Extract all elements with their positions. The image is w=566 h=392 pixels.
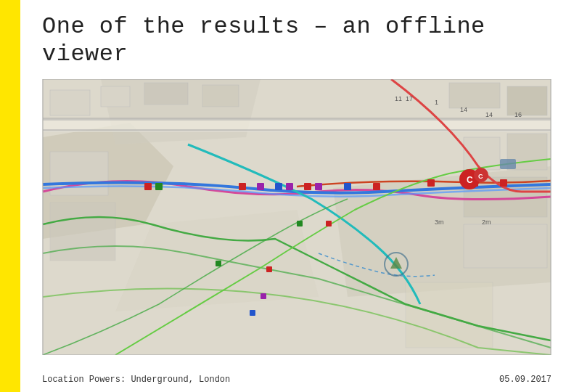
svg-text:1: 1 (435, 99, 438, 106)
svg-rect-31 (326, 221, 332, 226)
map-svg: C C C P 11 17 1 14 14 16 3m 2 (42, 79, 551, 355)
svg-rect-11 (144, 83, 188, 105)
svg-rect-37 (216, 261, 221, 266)
svg-rect-26 (427, 179, 435, 187)
svg-rect-20 (464, 224, 547, 268)
svg-rect-21 (406, 282, 493, 348)
svg-text:11: 11 (395, 95, 402, 102)
svg-text:17: 17 (406, 95, 413, 102)
svg-rect-34 (250, 310, 255, 316)
svg-text:16: 16 (514, 111, 522, 118)
svg-rect-46 (500, 159, 516, 169)
title-line2: viewer (42, 41, 128, 68)
svg-rect-12 (202, 85, 239, 107)
title-line1: One of the results – an offline (42, 13, 485, 40)
svg-rect-16 (50, 203, 115, 261)
svg-rect-41 (261, 293, 266, 299)
yellow-accent-bar (0, 0, 20, 392)
svg-rect-14 (507, 86, 547, 115)
svg-rect-24 (304, 183, 311, 190)
svg-rect-38 (257, 183, 264, 190)
svg-rect-9 (50, 90, 90, 115)
svg-rect-33 (344, 183, 351, 190)
svg-rect-35 (155, 183, 163, 190)
svg-rect-23 (239, 183, 246, 190)
main-content: One of the results – an offline viewer (20, 0, 566, 392)
footer-location: Location Powers: Underground, London (42, 375, 230, 385)
svg-rect-28 (500, 179, 507, 187)
svg-rect-32 (275, 183, 282, 190)
svg-rect-36 (297, 221, 303, 226)
svg-text:C: C (478, 173, 483, 180)
svg-rect-13 (449, 83, 500, 108)
svg-rect-39 (286, 183, 293, 190)
svg-rect-29 (266, 266, 272, 272)
footer-date: 05.09.2017 (499, 375, 551, 385)
svg-rect-22 (144, 183, 152, 190)
svg-text:C: C (467, 175, 473, 185)
svg-text:14: 14 (460, 106, 467, 113)
map-image: C C C P 11 17 1 14 14 16 3m 2 (42, 79, 551, 355)
slide-title: One of the results – an offline viewer (42, 13, 551, 69)
svg-text:14: 14 (485, 111, 493, 118)
svg-text:2m: 2m (482, 219, 491, 226)
footer: Location Powers: Underground, London 05.… (42, 375, 551, 385)
svg-rect-10 (101, 86, 130, 107)
svg-rect-8 (43, 129, 551, 131)
svg-text:3m: 3m (435, 219, 444, 226)
svg-rect-7 (43, 118, 551, 121)
svg-rect-25 (373, 183, 380, 190)
svg-rect-40 (315, 183, 322, 190)
